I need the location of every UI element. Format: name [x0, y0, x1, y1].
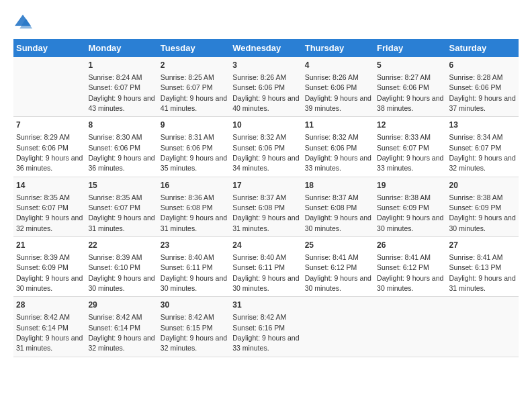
daylight: Daylight: 9 hours and 31 minutes. — [161, 214, 227, 232]
sunrise: Sunrise: 8:39 AM — [88, 253, 142, 261]
calendar-cell — [13, 57, 85, 117]
sunrise: Sunrise: 8:30 AM — [88, 133, 142, 141]
sunset: Sunset: 6:11 PM — [161, 263, 213, 271]
daylight: Daylight: 9 hours and 33 minutes. — [377, 154, 443, 172]
daylight: Daylight: 9 hours and 36 minutes. — [16, 154, 83, 172]
sunset: Sunset: 6:07 PM — [88, 83, 140, 91]
day-number: 3 — [232, 60, 299, 71]
sunset: Sunset: 6:15 PM — [161, 324, 213, 332]
sunrise: Sunrise: 8:36 AM — [161, 193, 214, 201]
sunset: Sunset: 6:08 PM — [232, 203, 285, 212]
daylight: Daylight: 9 hours and 40 minutes. — [232, 94, 299, 112]
week-row-5: 28Sunrise: 8:42 AMSunset: 6:14 PMDayligh… — [13, 297, 519, 357]
sunset: Sunset: 6:07 PM — [449, 144, 502, 152]
sunset: Sunset: 6:11 PM — [232, 263, 285, 271]
sunset: Sunset: 6:06 PM — [16, 144, 69, 152]
sunset: Sunset: 6:08 PM — [305, 203, 357, 212]
daylight: Daylight: 9 hours and 32 minutes. — [161, 334, 227, 352]
calendar-cell: 17Sunrise: 8:37 AMSunset: 6:08 PMDayligh… — [230, 177, 302, 236]
calendar-cell: 6Sunrise: 8:28 AMSunset: 6:06 PMDaylight… — [447, 57, 519, 117]
calendar-cell: 28Sunrise: 8:42 AMSunset: 6:14 PMDayligh… — [13, 297, 85, 357]
day-number: 6 — [449, 60, 516, 71]
daylight: Daylight: 9 hours and 33 minutes. — [305, 154, 371, 172]
sunrise: Sunrise: 8:42 AM — [88, 313, 142, 321]
sunrise: Sunrise: 8:24 AM — [88, 73, 142, 81]
day-number: 24 — [232, 240, 299, 251]
day-number: 30 — [161, 300, 227, 311]
day-number: 26 — [377, 240, 443, 251]
calendar-cell: 21Sunrise: 8:39 AMSunset: 6:09 PMDayligh… — [13, 237, 85, 297]
sunset: Sunset: 6:06 PM — [232, 144, 285, 152]
day-number: 21 — [16, 240, 83, 251]
calendar-cell: 20Sunrise: 8:38 AMSunset: 6:09 PMDayligh… — [447, 177, 519, 236]
sunset: Sunset: 6:06 PM — [161, 144, 213, 152]
calendar-cell: 22Sunrise: 8:39 AMSunset: 6:10 PMDayligh… — [85, 237, 157, 297]
sunrise: Sunrise: 8:37 AM — [305, 193, 359, 201]
calendar-cell — [447, 297, 519, 357]
sunset: Sunset: 6:06 PM — [449, 83, 502, 91]
daylight: Daylight: 9 hours and 30 minutes. — [161, 274, 227, 292]
sunset: Sunset: 6:09 PM — [16, 263, 69, 271]
calendar-cell: 9Sunrise: 8:31 AMSunset: 6:06 PMDaylight… — [158, 117, 230, 177]
sunrise: Sunrise: 8:33 AM — [377, 133, 431, 141]
daylight: Daylight: 9 hours and 30 minutes. — [16, 274, 83, 292]
daylight: Daylight: 9 hours and 31 minutes. — [232, 214, 299, 232]
sunset: Sunset: 6:07 PM — [377, 144, 429, 152]
daylight: Daylight: 9 hours and 30 minutes. — [377, 214, 443, 232]
daylight: Daylight: 9 hours and 30 minutes. — [305, 214, 371, 232]
page-header — [13, 13, 519, 32]
day-header-thursday: Thursday — [302, 39, 374, 57]
sunset: Sunset: 6:14 PM — [88, 324, 140, 332]
calendar-cell: 19Sunrise: 8:38 AMSunset: 6:09 PMDayligh… — [374, 177, 446, 236]
calendar-cell: 5Sunrise: 8:27 AMSunset: 6:06 PMDaylight… — [374, 57, 446, 117]
calendar-cell: 31Sunrise: 8:42 AMSunset: 6:16 PMDayligh… — [230, 297, 302, 357]
day-number: 31 — [232, 300, 299, 311]
sunrise: Sunrise: 8:25 AM — [161, 73, 214, 81]
sunrise: Sunrise: 8:31 AM — [161, 133, 214, 141]
sunrise: Sunrise: 8:41 AM — [377, 253, 431, 261]
week-row-1: 1Sunrise: 8:24 AMSunset: 6:07 PMDaylight… — [13, 57, 519, 117]
sunset: Sunset: 6:13 PM — [449, 263, 502, 271]
calendar-table: SundayMondayTuesdayWednesdayThursdayFrid… — [13, 39, 519, 357]
sunrise: Sunrise: 8:38 AM — [377, 193, 431, 201]
daylight: Daylight: 9 hours and 39 minutes. — [305, 94, 371, 112]
sunrise: Sunrise: 8:42 AM — [232, 313, 286, 321]
calendar-cell: 26Sunrise: 8:41 AMSunset: 6:12 PMDayligh… — [374, 237, 446, 297]
calendar-cell: 8Sunrise: 8:30 AMSunset: 6:06 PMDaylight… — [85, 117, 157, 177]
days-header-row: SundayMondayTuesdayWednesdayThursdayFrid… — [13, 39, 519, 57]
day-number: 15 — [88, 180, 154, 191]
day-header-tuesday: Tuesday — [158, 39, 230, 57]
daylight: Daylight: 9 hours and 37 minutes. — [449, 94, 516, 112]
daylight: Daylight: 9 hours and 41 minutes. — [161, 94, 227, 112]
calendar-cell: 2Sunrise: 8:25 AMSunset: 6:07 PMDaylight… — [158, 57, 230, 117]
daylight: Daylight: 9 hours and 34 minutes. — [232, 154, 299, 172]
sunrise: Sunrise: 8:42 AM — [161, 313, 214, 321]
sunrise: Sunrise: 8:34 AM — [449, 133, 503, 141]
sunrise: Sunrise: 8:32 AM — [232, 133, 286, 141]
daylight: Daylight: 9 hours and 38 minutes. — [377, 94, 443, 112]
calendar-cell: 4Sunrise: 8:26 AMSunset: 6:06 PMDaylight… — [302, 57, 374, 117]
sunrise: Sunrise: 8:38 AM — [449, 193, 503, 201]
sunrise: Sunrise: 8:35 AM — [88, 193, 142, 201]
day-number: 29 — [88, 300, 154, 311]
day-header-sunday: Sunday — [13, 39, 85, 57]
calendar-cell: 14Sunrise: 8:35 AMSunset: 6:07 PMDayligh… — [13, 177, 85, 236]
daylight: Daylight: 9 hours and 31 minutes. — [88, 214, 154, 232]
sunset: Sunset: 6:08 PM — [161, 203, 213, 212]
sunrise: Sunrise: 8:35 AM — [16, 193, 70, 201]
day-header-monday: Monday — [85, 39, 157, 57]
day-number: 1 — [88, 60, 154, 71]
calendar-cell: 25Sunrise: 8:41 AMSunset: 6:12 PMDayligh… — [302, 237, 374, 297]
day-number: 8 — [88, 120, 154, 131]
day-number: 12 — [377, 120, 443, 131]
day-number: 19 — [377, 180, 443, 191]
calendar-cell: 18Sunrise: 8:37 AMSunset: 6:08 PMDayligh… — [302, 177, 374, 236]
day-number: 28 — [16, 300, 83, 311]
calendar-cell: 23Sunrise: 8:40 AMSunset: 6:11 PMDayligh… — [158, 237, 230, 297]
day-number: 25 — [305, 240, 371, 251]
sunset: Sunset: 6:06 PM — [232, 83, 285, 91]
day-number: 14 — [16, 180, 83, 191]
day-number: 18 — [305, 180, 371, 191]
sunset: Sunset: 6:07 PM — [16, 203, 69, 212]
sunrise: Sunrise: 8:40 AM — [161, 253, 214, 261]
